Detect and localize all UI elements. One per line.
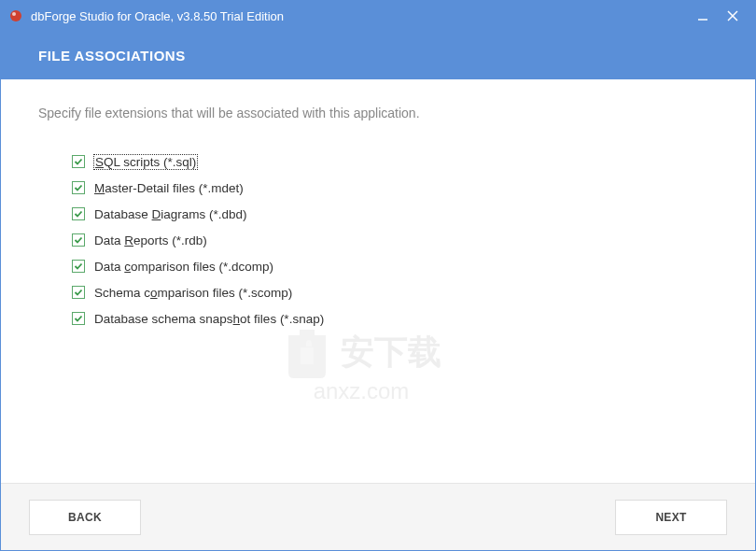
checkbox-label[interactable]: Database schema snapshot files (*.snap) <box>94 312 324 326</box>
checkbox-label[interactable]: Database Diagrams (*.dbd) <box>94 207 247 221</box>
checkbox-label[interactable]: SQL scripts (*.sql) <box>94 155 197 169</box>
file-association-item: Master-Detail files (*.mdet) <box>72 175 718 201</box>
window-title: dbForge Studio for Oracle, v3.8.50 Trial… <box>31 9 695 23</box>
watermark-url: anxz.com <box>314 378 410 404</box>
file-association-list: SQL scripts (*.sql)Master-Detail files (… <box>72 148 718 332</box>
svg-point-0 <box>10 10 21 21</box>
file-association-item: Schema comparison files (*.scomp) <box>72 279 718 305</box>
checkbox[interactable] <box>72 312 85 325</box>
checkbox-label[interactable]: Data Reports (*.rdb) <box>94 233 207 247</box>
titlebar: dbForge Studio for Oracle, v3.8.50 Trial… <box>1 1 755 31</box>
file-association-item: Data comparison files (*.dcomp) <box>72 253 718 279</box>
page-title: FILE ASSOCIATIONS <box>38 48 186 64</box>
svg-point-1 <box>12 12 16 16</box>
next-button[interactable]: NEXT <box>615 500 727 535</box>
minimize-button[interactable] <box>695 8 710 23</box>
file-association-item: Data Reports (*.rdb) <box>72 227 718 253</box>
checkbox[interactable] <box>72 286 85 299</box>
file-association-item: Database Diagrams (*.dbd) <box>72 201 718 227</box>
checkbox[interactable] <box>72 207 85 220</box>
watermark-text: 安下载 <box>341 330 441 375</box>
back-button[interactable]: BACK <box>29 500 141 535</box>
checkbox-label[interactable]: Data comparison files (*.dcomp) <box>94 260 273 274</box>
content-area: Specify file extensions that will be ass… <box>1 79 755 483</box>
close-button[interactable] <box>725 8 740 23</box>
page-header: FILE ASSOCIATIONS <box>1 31 755 79</box>
installer-window: dbForge Studio for Oracle, v3.8.50 Trial… <box>0 0 756 551</box>
footer: BACK NEXT <box>1 483 755 550</box>
window-controls <box>695 8 748 23</box>
checkbox[interactable] <box>72 233 85 247</box>
file-association-item: Database schema snapshot files (*.snap) <box>72 305 718 332</box>
checkbox[interactable] <box>72 260 85 273</box>
description-text: Specify file extensions that will be ass… <box>38 106 718 120</box>
app-icon <box>8 8 23 23</box>
checkbox[interactable] <box>72 181 85 194</box>
checkbox-label[interactable]: Schema comparison files (*.scomp) <box>94 286 292 300</box>
checkbox[interactable] <box>72 155 85 168</box>
watermark: 安下载 anxz.com <box>281 322 441 404</box>
checkbox-label[interactable]: Master-Detail files (*.mdet) <box>94 181 244 195</box>
file-association-item: SQL scripts (*.sql) <box>72 148 718 175</box>
